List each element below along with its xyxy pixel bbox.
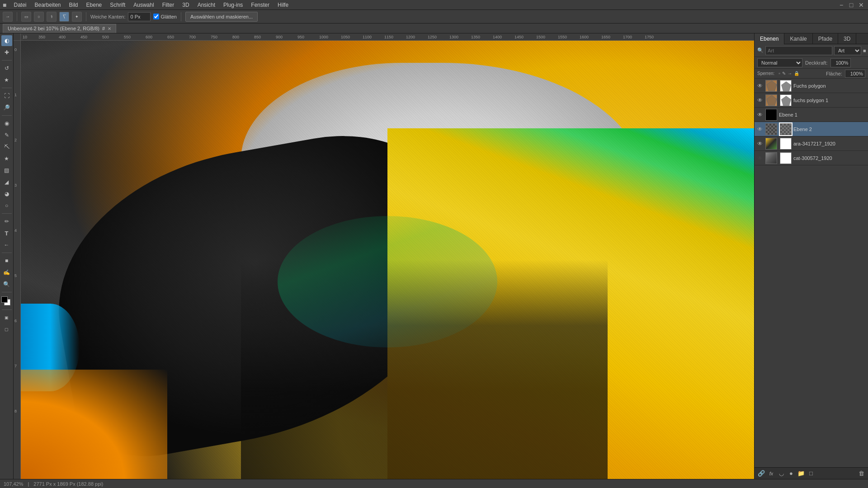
eraser-tool-btn[interactable]: ▧ (1, 165, 12, 176)
app-icon[interactable]: ■ (3, 1, 6, 9)
layer-item-ebene-2[interactable]: 👁 Ebene 2 (755, 122, 868, 136)
layer-eye-ara[interactable]: 👁 (756, 140, 764, 147)
ruler-tick: 1550 (558, 35, 567, 39)
color-swatch[interactable] (1, 296, 12, 307)
crop-tool-btn[interactable]: ⛶ (1, 90, 12, 101)
tab-3d[interactable]: 3D (838, 33, 856, 44)
poly-lasso-btn[interactable]: ⎲ (59, 12, 69, 22)
select-mask-btn[interactable]: Auswählen und maskieren... (185, 12, 258, 22)
tab-ebenen[interactable]: Ebenen (755, 33, 784, 44)
layer-eye-ebene-1[interactable]: 👁 (756, 111, 764, 118)
ruler-tick: 550 (124, 35, 131, 39)
history-brush-btn[interactable]: ★ (1, 153, 12, 164)
quick-mask-btn[interactable]: ▣ (1, 312, 12, 323)
smooth-checkbox[interactable] (153, 14, 159, 19)
screen-mode-btn[interactable]: ▢ (1, 324, 12, 335)
menu-filter[interactable]: Filter (159, 1, 178, 9)
layer-thumb-svg (766, 80, 777, 92)
menu-bild[interactable]: Bild (66, 1, 82, 9)
window-maximize-btn[interactable]: □ (847, 2, 855, 8)
lasso-tool-btn[interactable]: ↺ (1, 63, 12, 74)
ruler-vertical: 0 1 2 3 4 5 6 7 8 (14, 41, 21, 479)
layers-panel: 🔍 Art Name Effekt ■ ● T ▲ ◯ Normal Auflö… (755, 44, 868, 479)
move-tool-btn[interactable]: ✚ (1, 47, 12, 58)
layer-link-btn[interactable]: 🔗 (757, 469, 765, 478)
lock-position-icon[interactable]: → (788, 71, 792, 76)
lasso-select-btn[interactable]: ⚕ (47, 12, 57, 22)
lock-transparency-icon[interactable]: ▫ (778, 71, 780, 76)
layer-delete-btn[interactable]: 🗑 (857, 469, 865, 478)
window-close-btn[interactable]: ✕ (857, 2, 865, 8)
gradient-tool-btn[interactable]: ◢ (1, 177, 12, 188)
dodge-tool-btn[interactable]: ○ (1, 200, 12, 211)
menu-ebene[interactable]: Ebene (83, 1, 106, 9)
lock-paint-icon[interactable]: ✎ (782, 71, 786, 76)
fill-input[interactable] (845, 70, 865, 78)
clone-stamp-btn[interactable]: ⛏ (1, 141, 12, 152)
layer-item-cat[interactable]: 👁 cat-300572_1920 (755, 151, 868, 165)
menu-bearbeiten[interactable]: Bearbeiten (31, 1, 64, 9)
tab-kanaele[interactable]: Kanäle (784, 33, 812, 44)
tab-pfade[interactable]: Pfade (813, 33, 838, 44)
ruler-tick-v: 4 (14, 228, 17, 233)
layer-group-btn[interactable]: 📁 (797, 469, 805, 478)
layer-mask-btn[interactable]: ◡ (777, 469, 785, 478)
document-tab-close[interactable]: ✕ (108, 26, 111, 31)
pen-tool-btn[interactable]: ✏ (1, 216, 12, 227)
path-select-btn[interactable]: ← (1, 239, 12, 250)
ellipse-select-btn[interactable]: ○ (34, 12, 44, 22)
menu-3d[interactable]: 3D (179, 1, 193, 9)
layer-eye-fuchs-polygon[interactable]: 👁 (756, 82, 764, 89)
layers-icon-pixel[interactable]: ■ (863, 47, 866, 55)
menu-auswahl[interactable]: Auswahl (130, 1, 157, 9)
opacity-input[interactable] (830, 58, 851, 67)
lock-all-icon[interactable]: 🔒 (794, 71, 799, 76)
layers-search-input[interactable] (765, 46, 832, 55)
layer-item-ebene-1[interactable]: 👁 Ebene 1 (755, 108, 868, 122)
selection-tool-btn[interactable]: ◐ (1, 35, 12, 46)
layer-item-ara[interactable]: 👁 ara-3417217_1920 (755, 136, 868, 151)
blur-tool-btn[interactable]: ◕ (1, 188, 12, 199)
spot-heal-btn[interactable]: ◉ (1, 118, 12, 129)
menu-datei[interactable]: Datei (10, 1, 30, 9)
shape-tool-btn[interactable]: ■ (1, 255, 12, 266)
foreground-color[interactable] (1, 296, 8, 303)
left-toolbox: ◐ ✚ ↺ ★ ⛶ 🔎 ◉ ✎ ⛏ ★ ▧ ◢ ◕ ○ ✏ T ← ■ ✍ 🔍 … (0, 33, 14, 479)
window-minimize-btn[interactable]: − (837, 2, 845, 8)
layers-filter-dropdown[interactable]: Art Name Effekt (834, 46, 861, 55)
ruler-tick-v: 8 (14, 409, 17, 413)
zoom-tool-btn[interactable]: 🔍 (1, 279, 12, 290)
move-tool-btn[interactable]: → (3, 12, 13, 22)
layer-eye-ebene-2[interactable]: 👁 (756, 126, 764, 133)
layer-adjustment-btn[interactable]: ● (787, 469, 795, 478)
tool-sep-7 (2, 310, 12, 310)
menu-ansicht[interactable]: Ansicht (194, 1, 219, 9)
layer-fx-btn[interactable]: fx (767, 469, 775, 478)
layer-mask-ara (780, 138, 792, 150)
soft-edges-input[interactable] (128, 12, 151, 21)
canvas-area[interactable] (21, 41, 754, 479)
magic-wand-btn[interactable]: ✦ (72, 12, 82, 22)
brush-tool-btn[interactable]: ✎ (1, 130, 12, 141)
ruler-tick: 900 (276, 35, 283, 39)
layer-new-btn[interactable]: □ (807, 469, 815, 478)
document-tab[interactable]: Unbenannt-2 bei 107% (Ebene 2, RGB/8) # … (3, 24, 116, 33)
text-tool-btn[interactable]: T (1, 228, 12, 239)
hand-tool-btn[interactable]: ✍ (1, 267, 12, 278)
layer-item-fuchs-polygon[interactable]: 👁 Fuchs polygon (755, 79, 868, 93)
layer-item-fuchs-polygon-1[interactable]: 👁 fuchs polygon 1 (755, 93, 868, 108)
menu-hilfe[interactable]: Hilfe (274, 1, 292, 9)
layer-eye-fuchs-polygon-1[interactable]: 👁 (756, 97, 764, 104)
ruler-tick: 600 (146, 35, 152, 39)
layer-eye-cat[interactable]: 👁 (756, 155, 764, 162)
blend-mode-dropdown[interactable]: Normal Auflösen Abdunkeln Multiplizieren… (757, 58, 802, 67)
menu-plugins[interactable]: Plug-ins (220, 1, 246, 9)
eyedropper-btn[interactable]: 🔎 (1, 102, 12, 113)
ruler-tick: 800 (232, 35, 239, 39)
toolbar-separator (17, 12, 17, 21)
ruler-tick: 1000 (319, 35, 328, 39)
rect-select-btn[interactable]: ▭ (21, 12, 31, 22)
menu-fenster[interactable]: Fenster (247, 1, 273, 9)
quick-select-btn[interactable]: ★ (1, 75, 12, 85)
menu-schrift[interactable]: Schrift (106, 1, 129, 9)
